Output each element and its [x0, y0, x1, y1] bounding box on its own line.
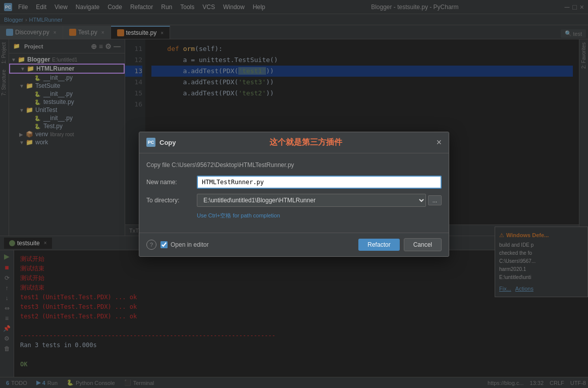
modal-new-name-label: New name: [146, 179, 197, 186]
modal-open-editor-label: Open in editor [171, 241, 208, 248]
modal-close-btn[interactable]: × [436, 137, 442, 148]
modal-new-name-row: New name: [146, 176, 442, 189]
modal-dir-select[interactable]: E:\untitled\untitled1\Blogger\HTMLRunner [197, 194, 426, 207]
copy-dialog: PC Copy 这个就是第三方插件 × Copy file C:\Users\9… [139, 132, 449, 257]
modal-body: Copy file C:\Users\95672\Desktop\HTMLTes… [139, 153, 449, 233]
modal-browse-btn[interactable]: ... [428, 195, 442, 205]
modal-header: PC Copy 这个就是第三方插件 × [139, 132, 449, 153]
modal-overlay[interactable]: PC Copy 这个就是第三方插件 × Copy file C:\Users\9… [0, 0, 588, 388]
modal-dir-select-row: E:\untitled\untitled1\Blogger\HTMLRunner… [197, 194, 442, 207]
modal-open-editor-checkbox[interactable] [161, 241, 168, 248]
modal-help-btn[interactable]: ? [146, 240, 156, 250]
modal-title-left: Copy [159, 139, 176, 146]
modal-refactor-btn[interactable]: Refactor [358, 239, 399, 251]
modal-dir-label: To directory: [146, 197, 197, 204]
modal-dir-row: To directory: E:\untitled\untitled1\Blog… [146, 194, 442, 207]
modal-open-editor-row: Open in editor [161, 241, 354, 248]
modal-new-name-input[interactable] [197, 176, 442, 189]
modal-footer: ? Open in editor Refactor Cancel [139, 233, 449, 256]
modal-filepath: Copy file C:\Users\95672\Desktop\HTMLTes… [146, 161, 442, 169]
modal-title-center: 这个就是第三方插件 [176, 137, 437, 148]
modal-hint: Use Ctrl+空格 for path completion [197, 212, 442, 219]
modal-icon: PC [146, 138, 155, 147]
modal-cancel-btn[interactable]: Cancel [404, 238, 442, 251]
